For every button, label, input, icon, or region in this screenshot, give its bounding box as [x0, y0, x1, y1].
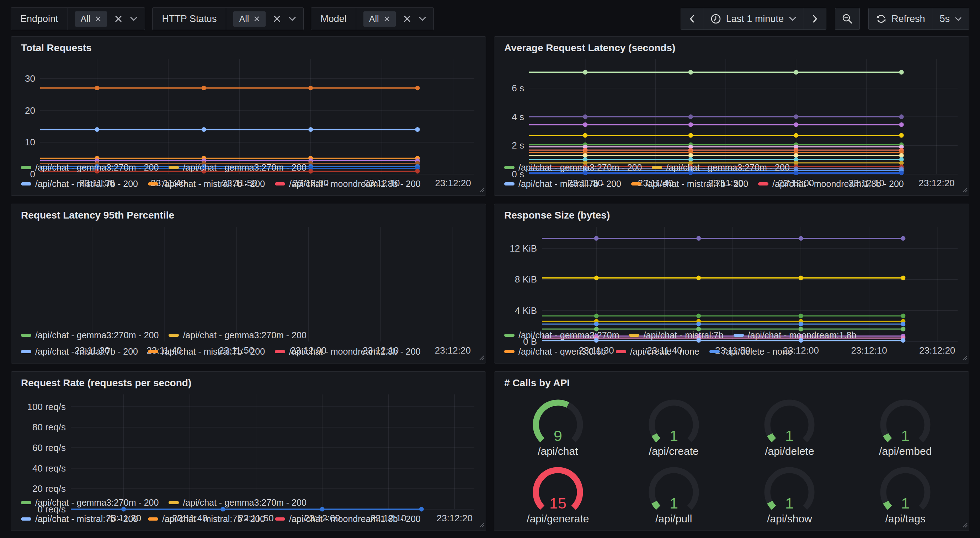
gauge-value: 1 — [670, 495, 678, 512]
time-range-button[interactable]: Last 1 minute — [703, 8, 803, 30]
legend-item[interactable]: /api/chat - moondream:1.8b — [733, 330, 857, 340]
remove-value-icon[interactable] — [95, 16, 101, 22]
panel-resize-handle[interactable] — [961, 354, 967, 362]
panel-title[interactable]: Average Request Latency (seconds) — [504, 42, 963, 54]
legend-item[interactable]: /api/chat - mistral:7b - 200 — [148, 514, 265, 524]
panel-resize-handle[interactable] — [961, 521, 967, 529]
refresh-button[interactable]: Refresh — [869, 8, 932, 30]
legend-series-label: /api/chat - moondream:1.8b - 200 — [772, 179, 904, 189]
legend-item[interactable]: /api/create - none — [616, 346, 700, 357]
legend-series-label: /api/chat - mistral:7b - 200 — [519, 179, 621, 189]
y-axis-tick-label: 2 s — [512, 140, 524, 151]
legend-series-color — [504, 182, 514, 186]
legend-item[interactable]: /api/chat - moondream:1.8b - 200 — [275, 346, 421, 357]
legend-item[interactable]: /api/chat - mistral:7b — [629, 330, 723, 340]
series-point — [95, 86, 99, 90]
chart-response-size[interactable]: 0 B4 KiB8 KiB12 KiB23:11:3023:11:4023:11… — [500, 222, 963, 324]
legend-item[interactable]: /api/chat - qwen3:0.6b — [504, 346, 606, 357]
chart-request-latency-95th-percentile[interactable]: 23:11:3023:11:4023:11:5023:12:0023:12:10… — [17, 222, 480, 324]
legend-item[interactable]: /api/delete - none — [710, 346, 792, 357]
remove-value-icon[interactable] — [384, 16, 390, 22]
panel-title[interactable]: Response Size (bytes) — [504, 209, 963, 221]
series-point — [696, 314, 701, 318]
legend-series-color — [148, 517, 158, 521]
series-point — [794, 70, 798, 75]
clear-filter-icon[interactable] — [403, 14, 411, 23]
legend-series-color — [21, 166, 31, 169]
series-point — [899, 133, 904, 138]
panel-title[interactable]: Total Requests — [21, 42, 480, 54]
series-point — [308, 127, 313, 132]
legend-series-label: /api/chat - mistral:7b - 200 — [35, 179, 138, 189]
panel-grid: Total Requests 010203023:11:3023:11:4023… — [11, 36, 969, 531]
gauge-value: 1 — [901, 427, 910, 444]
gauge-value: 1 — [785, 427, 794, 444]
chart-total-requests[interactable]: 010203023:11:3023:11:4023:11:5023:12:002… — [17, 55, 480, 156]
legend-item[interactable]: /api/chat - gemma3:270m - 200 — [21, 497, 159, 508]
panel-resize-handle[interactable] — [478, 186, 484, 194]
legend-item[interactable]: /api/chat - gemma3:270m - 200 — [169, 497, 306, 508]
refresh-interval-button[interactable]: 5s — [932, 8, 969, 30]
filter-value-picker[interactable]: All — [356, 8, 433, 30]
legend-item[interactable]: /api/chat - gemma3:270m - 200 — [504, 162, 642, 173]
legend-item[interactable]: /api/chat - gemma3:270m - 200 — [652, 162, 789, 173]
y-axis-tick-label: 10 — [25, 137, 35, 148]
filter-value-chip[interactable]: All — [363, 11, 396, 27]
legend-item[interactable]: /api/chat - mistral:7b - 200 — [631, 179, 748, 189]
gauge-api-generate: 15/api/generate — [519, 459, 597, 525]
legend-item[interactable]: /api/chat - mistral:7b - 200 — [21, 346, 138, 357]
legend-item[interactable]: /api/chat - mistral:7b - 200 — [504, 179, 621, 189]
chart-average-request-latency[interactable]: 0 s2 s4 s6 s23:11:3023:11:4023:11:5023:1… — [500, 55, 963, 156]
gauge-api-embed: 1/api/embed — [866, 391, 945, 457]
toolbar: EndpointAllHTTP StatusAllModelAll Last 1… — [11, 7, 969, 30]
chart-request-rate[interactable]: 0 req/s20 req/s40 req/s60 req/s80 req/s1… — [17, 390, 480, 492]
series-point — [696, 276, 701, 280]
legend-series-color — [275, 182, 285, 186]
filter-value-chip[interactable]: All — [75, 11, 107, 27]
legend-item[interactable]: /api/chat - moondream:1.8b - 200 — [758, 179, 904, 189]
legend-item[interactable]: /api/chat - moondream:1.8b - 200 — [275, 514, 421, 524]
clear-filter-icon[interactable] — [114, 14, 123, 23]
clear-filter-icon[interactable] — [273, 14, 281, 23]
panel-resize-handle[interactable] — [478, 354, 484, 362]
panel-title[interactable]: Request Latency 95th Percentile — [21, 209, 480, 221]
legend-series-label: /api/chat - gemma3:270m - 200 — [183, 497, 306, 508]
panel-resize-handle[interactable] — [961, 186, 967, 194]
filter-value-picker[interactable]: All — [68, 8, 145, 30]
legend-item[interactable]: /api/chat - mistral:7b - 200 — [148, 179, 265, 189]
legend-item[interactable]: /api/chat - gemma3:270m - 200 — [21, 162, 159, 173]
legend-item[interactable]: /api/chat - mistral:7b - 200 — [21, 514, 138, 524]
panel-title[interactable]: # Calls by API — [504, 378, 963, 389]
filter-value-picker[interactable]: All — [226, 8, 303, 30]
legend-row: /api/chat - gemma3:270m - 200/api/chat -… — [21, 330, 480, 340]
legend: /api/chat - gemma3:270m - 200/api/chat -… — [17, 324, 480, 359]
filter-label: Endpoint — [11, 8, 68, 30]
zoom-out-time-button[interactable] — [835, 8, 860, 30]
series-point — [901, 276, 905, 280]
legend-item[interactable]: /api/chat - gemma3:270m — [504, 330, 619, 340]
gauge-api-delete: 1/api/delete — [750, 391, 829, 457]
legend-item[interactable]: /api/chat - mistral:7b - 200 — [148, 346, 265, 357]
legend-series-color — [148, 182, 158, 186]
time-shift-forward-button[interactable] — [803, 8, 826, 30]
time-shift-back-button[interactable] — [681, 8, 703, 30]
series-point — [95, 127, 99, 132]
legend-item[interactable]: /api/chat - gemma3:270m - 200 — [169, 162, 306, 173]
filter-value-chip[interactable]: All — [233, 11, 266, 27]
legend: /api/chat - gemma3:270m - 200/api/chat -… — [17, 156, 480, 191]
legend-series-label: /api/chat - gemma3:270m - 200 — [519, 162, 642, 173]
remove-value-icon[interactable] — [253, 16, 260, 22]
panel-title[interactable]: Request Rate (requests per second) — [21, 378, 480, 389]
legend-row: /api/chat - gemma3:270m - 200/api/chat -… — [21, 497, 480, 508]
legend-item[interactable]: /api/chat - gemma3:270m - 200 — [169, 330, 306, 340]
legend-series-label: /api/chat - gemma3:270m - 200 — [183, 330, 306, 340]
y-axis-tick-label: 30 — [25, 73, 35, 84]
panel-resize-handle[interactable] — [478, 521, 484, 529]
legend-item[interactable]: /api/chat - mistral:7b - 200 — [21, 179, 138, 189]
legend-item[interactable]: /api/chat - gemma3:270m - 200 — [21, 330, 159, 340]
legend-row: /api/chat - gemma3:270m/api/chat - mistr… — [504, 330, 963, 340]
filter-bar: EndpointAllHTTP StatusAllModelAll — [11, 8, 434, 30]
chevron-down-icon — [130, 16, 138, 21]
chevron-down-icon — [418, 16, 426, 21]
legend-item[interactable]: /api/chat - moondream:1.8b - 200 — [275, 179, 421, 189]
